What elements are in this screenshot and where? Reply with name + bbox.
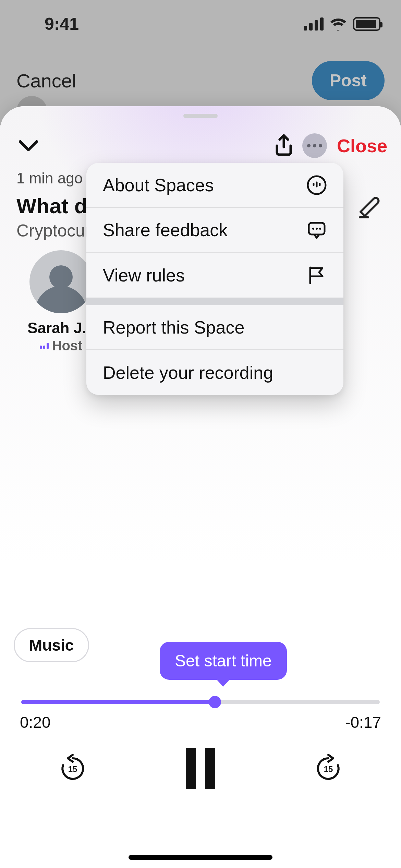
menu-item-view-rules[interactable]: View rules [86,253,343,298]
menu-item-about-spaces[interactable]: About Spaces [86,163,343,208]
skip-back-icon: 15 [58,754,87,783]
scrubber-fill [21,700,215,704]
skip-forward-icon: 15 [314,754,343,783]
skip-forward-15-button[interactable]: 15 [314,754,343,783]
menu-item-label: Report this Space [103,317,244,338]
menu-item-delete-recording[interactable]: Delete your recording [86,350,343,395]
menu-item-label: View rules [103,265,185,286]
time-labels: 0:20 -0:17 [20,713,381,732]
svg-text:15: 15 [68,764,77,774]
mic-circle-icon [306,175,327,195]
home-indicator[interactable] [129,855,272,860]
menu-item-label: Delete your recording [103,362,273,383]
edit-button[interactable] [357,195,385,223]
menu-item-report-space[interactable]: Report this Space [86,305,343,350]
flag-icon [306,265,327,286]
svg-point-3 [316,228,318,230]
transport-controls: 15 15 [0,748,401,789]
scrubber[interactable] [21,695,380,708]
pause-icon [186,748,196,789]
scrubber-thumb[interactable] [209,696,221,708]
skip-back-15-button[interactable]: 15 [58,754,87,783]
time-remaining: -0:17 [345,713,381,732]
share-button[interactable] [268,130,299,161]
pause-button[interactable] [180,748,221,789]
menu-separator [86,298,343,305]
chat-icon [306,220,327,240]
sheet-toolbar: Close [0,127,401,165]
host-avatar [29,250,93,313]
menu-item-label: Share feedback [103,220,228,240]
share-icon [274,134,294,157]
host-role-row: Host [40,338,83,353]
options-menu: About Spaces Share feedback [86,163,343,395]
menu-item-share-feedback[interactable]: Share feedback [86,208,343,253]
more-button[interactable] [299,130,330,161]
collapse-button[interactable] [16,134,40,158]
sheet-grabber[interactable] [183,114,218,118]
svg-text:15: 15 [324,764,333,774]
pause-icon [205,748,215,789]
spaces-sheet: Close 1 min ago What do Cryptocur Sarah … [0,106,401,868]
menu-item-label: About Spaces [103,175,214,195]
speaking-indicator-icon [40,343,49,349]
svg-point-2 [312,228,314,230]
svg-point-4 [319,228,321,230]
pencil-icon [357,195,381,219]
audio-controls: Music Set start time 0:20 -0:17 15 [0,628,401,868]
host-role: Host [52,338,83,353]
host-name: Sarah J... [27,320,95,337]
music-chip[interactable]: Music [14,628,89,662]
more-icon [302,133,327,158]
set-start-time-tooltip[interactable]: Set start time [160,642,287,680]
close-button[interactable]: Close [330,135,387,156]
time-elapsed: 0:20 [20,713,51,732]
chevron-down-icon [19,140,38,152]
